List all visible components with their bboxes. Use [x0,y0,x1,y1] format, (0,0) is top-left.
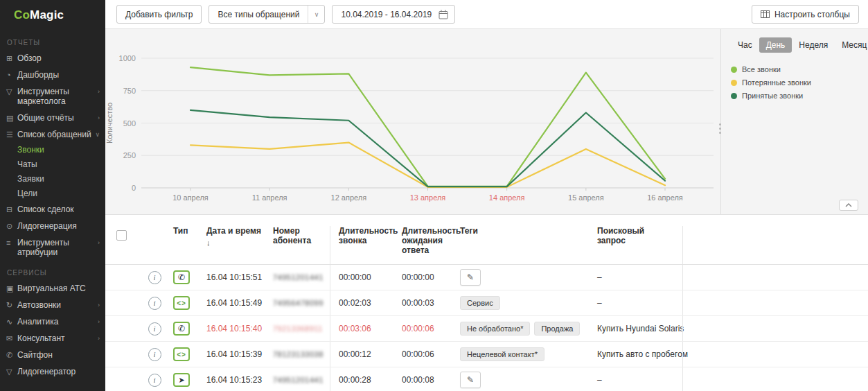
app-root: CoMagic ОТЧЕТЫ⊞Обзор◔Дашборды▽Инструмент… [0,0,868,391]
configure-columns-button[interactable]: Настроить столбцы [752,5,859,24]
virtual-pbx-icon: ▣ [6,284,17,293]
col-header-datetime[interactable]: Дата и время↓ [201,226,273,264]
table-row[interactable]: i✆16.04 10:15:407921336891100:03:0600:00… [105,316,868,342]
info-icon[interactable]: i [148,271,161,284]
col-label-datetime: Дата и время [206,226,261,236]
sidebar-item-dashboards[interactable]: ◔Дашборды [0,67,105,83]
sidebar-item-attribution-tools[interactable]: ≡Инструменты атрибуции› [0,234,105,261]
row-checkbox-cell [116,290,141,315]
requests-list-icon: ☰ [6,130,17,139]
tab-день[interactable]: День [759,37,792,53]
row-info-cell: i [141,342,168,367]
row-wait-duration: 00:00:03 [396,290,460,315]
lead-generation-icon: ⊙ [6,221,17,231]
panel-divider[interactable] [720,29,721,214]
sidebar-item-label: Автозвонки [17,300,95,310]
x-tick-label: 12 апреля [331,193,367,202]
sidebar-item-virtual-pbx[interactable]: ▣Виртуальная АТС [0,280,105,297]
analytics-icon: ∿ [6,317,17,327]
y-axis-title: Количество [105,103,114,144]
table-row[interactable]: i<>16.04 10:15:497495647809900:02:0300:0… [105,290,868,316]
row-empty-cell [682,290,868,315]
row-tags-cell: ✎ [460,265,589,290]
sidebar-item-label: Обзор [17,53,100,63]
row-number-cell: 78123133038 [273,342,330,367]
marketer-tools-icon: ▽ [6,87,17,96]
masked-phone-number: 79213368911 [273,324,323,333]
collapse-chart-button[interactable] [839,200,858,211]
autocalls-icon: ↻ [6,300,17,310]
request-type-select[interactable]: Все типы обращений ∨ [209,5,325,24]
row-empty-cell [682,265,868,290]
tag-pill[interactable]: Не обработано* [460,322,530,336]
sidebar-item-label: Лидогенератор [17,367,100,376]
row-tags-cell: Сервис [460,290,589,315]
row-type-cell: <> [168,342,201,367]
drag-handle-icon [719,123,721,134]
toolbar: Добавить фильтр Все типы обращений ∨ 10.… [105,0,868,29]
row-tags-cell: ✎ [460,367,589,391]
tab-неделя[interactable]: Неделя [792,37,835,53]
row-empty-cell [682,316,868,341]
date-range-input[interactable]: 10.04.2019 - 16.04.2019 [332,5,455,24]
col-label-type: Тип [173,226,188,236]
sidebar-item-label: Сайтфон [17,350,100,360]
sidebar-subitem[interactable]: Заявки [0,172,105,186]
row-search-query: Купить Hyundai Solaris [589,316,682,341]
sidebar-item-consultant[interactable]: ✉Консультант› [0,330,105,347]
info-icon[interactable]: i [148,297,161,310]
sidebar-item-requests-list[interactable]: ☰Список обращений∨ [0,126,105,143]
overview-icon: ⊞ [6,53,17,63]
attribution-tools-icon: ≡ [6,238,17,247]
tab-час[interactable]: Час [731,37,759,53]
sidebar-item-deals-list[interactable]: ⊟Список сделок [0,201,105,218]
table-row[interactable]: i✆16.04 10:15:517495120144100:00:0000:00… [105,265,868,290]
application-icon: ➤ [173,373,190,387]
sidebar-subitem[interactable]: Чаты [0,157,105,172]
header-checkbox-cell [116,226,141,264]
edit-tags-button[interactable]: ✎ [460,269,481,286]
info-icon[interactable]: i [148,322,161,336]
sidebar-item-general-reports[interactable]: ▤Общие отчёты› [0,110,105,126]
edit-tags-button[interactable]: ✎ [460,372,481,388]
sidebar-item-label: Виртуальная АТС [17,284,100,293]
sidebar-item-analytics[interactable]: ∿Аналитика› [0,313,105,330]
row-checkbox-cell [116,342,141,367]
sidebar-item-autocalls[interactable]: ↻Автозвонки› [0,297,105,313]
row-number-cell: 74956478099 [273,290,330,315]
tag-pill[interactable]: Продажа [534,322,580,336]
tag-pill[interactable]: Нецелевой контакт* [460,347,544,361]
sidebar-item-overview[interactable]: ⊞Обзор [0,50,105,67]
tab-месяц[interactable]: Месяц [835,37,868,53]
sidebar-subitem[interactable]: Звонки [0,143,105,157]
info-icon[interactable]: i [148,348,161,361]
logo-magic: Magic [30,8,64,22]
comagic-logo[interactable]: CoMagic [0,0,105,31]
sidebar-item-marketer-tools[interactable]: ▽Инструменты маркетолога› [0,83,105,110]
row-type-cell: ✆ [168,316,201,341]
logo-co: Co [14,8,30,22]
legend-dot [731,93,737,99]
table-row[interactable]: i<>16.04 10:15:397812313303800:00:1200:0… [105,342,868,367]
request-type-value: Все типы обращений [209,6,308,23]
row-checkbox-cell [116,265,141,290]
sidebar-subitem[interactable]: Цели [0,186,105,201]
row-tags-cell: Не обработано*Продажа [460,316,589,341]
chevron-right-icon: › [98,333,100,343]
consultant-icon: ✉ [6,333,17,343]
col-label-tags: Теги [460,226,478,236]
sort-desc-icon[interactable]: ↓ [206,238,261,247]
table-row[interactable]: i➤16.04 10:15:237495120144100:00:2800:00… [105,367,868,391]
sidebar-item-label: Общие отчёты [17,113,95,123]
info-icon[interactable]: i [148,374,161,387]
col-header-number: Номер абонента [273,226,330,264]
sidebar-item-leadgenerator[interactable]: ▽Лидогенератор [0,363,105,380]
add-filter-button[interactable]: Добавить фильтр [116,5,202,24]
col-header-search: Поисковый запрос [589,226,682,264]
row-call-duration: 00:00:28 [330,367,396,391]
select-all-checkbox[interactable] [116,230,127,241]
sidebar-item-lead-generation[interactable]: ⊙Лидогенерация [0,218,105,234]
date-range-value: 10.04.2019 - 16.04.2019 [341,10,432,19]
tag-pill[interactable]: Сервис [460,296,500,310]
sidebar-item-sitephone[interactable]: ✆Сайтфон [0,347,105,363]
